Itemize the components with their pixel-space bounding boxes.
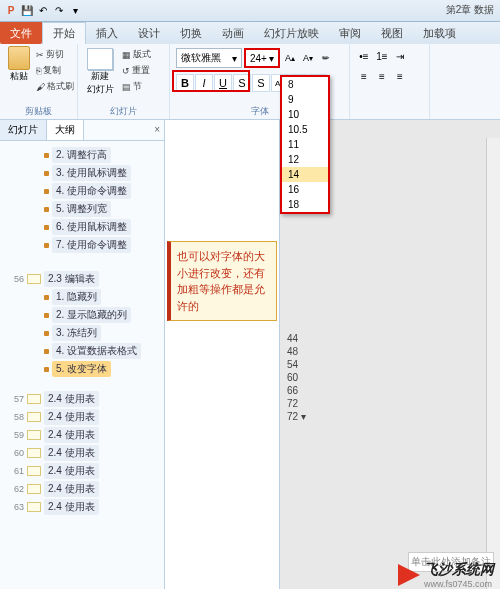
section-button[interactable]: ▤节: [122, 80, 151, 93]
font-size-select[interactable]: 24+▾: [244, 48, 280, 68]
outline-item[interactable]: 5. 调整列宽: [44, 201, 162, 217]
cut-button[interactable]: ✂剪切: [36, 48, 74, 61]
font-size-option[interactable]: 16: [282, 182, 328, 197]
font-name-select[interactable]: 微软雅黑▾: [176, 48, 242, 68]
shrink-font-button[interactable]: A▾: [300, 48, 316, 68]
undo-icon[interactable]: ↶: [36, 4, 50, 18]
font-size-option[interactable]: 10.5: [282, 122, 328, 137]
bullets-button[interactable]: •≡: [356, 48, 372, 64]
font-size-option[interactable]: 10: [282, 107, 328, 122]
outline-list[interactable]: 2. 调整行高3. 使用鼠标调整4. 使用命令调整5. 调整列宽6. 使用鼠标调…: [0, 141, 164, 521]
paste-icon: [8, 46, 30, 70]
panes: 幻灯片 大纲 × 2. 调整行高3. 使用鼠标调整4. 使用命令调整5. 调整列…: [0, 120, 500, 589]
format-painter-button[interactable]: 🖌格式刷: [36, 80, 74, 93]
font-size-option[interactable]: 60: [283, 371, 310, 384]
indent-button[interactable]: ⇥: [392, 48, 408, 64]
grow-font-button[interactable]: A▴: [282, 48, 298, 68]
outline-item[interactable]: 5. 改变字体: [44, 361, 162, 377]
outline-item[interactable]: 4. 设置数据表格式: [44, 343, 162, 359]
outline-item[interactable]: 612.4 使用表: [8, 463, 162, 479]
layout-button[interactable]: ▦版式: [122, 48, 151, 61]
font-size-option[interactable]: 18: [282, 197, 328, 212]
font-size-list-cont[interactable]: 44485460667272 ▾: [283, 332, 310, 423]
strike-button[interactable]: S: [233, 74, 251, 92]
tab-animation[interactable]: 动画: [212, 23, 254, 44]
font-size-option[interactable]: 14: [282, 167, 328, 182]
new-slide-label: 新建 幻灯片: [87, 70, 114, 96]
outline-item[interactable]: 572.4 使用表: [8, 391, 162, 407]
outline-item[interactable]: 2. 显示隐藏的列: [44, 307, 162, 323]
outline-item[interactable]: 6. 使用鼠标调整: [44, 219, 162, 235]
outline-item[interactable]: 3. 冻结列: [44, 325, 162, 341]
align-left-button[interactable]: ≡: [356, 68, 372, 84]
outline-item[interactable]: 632.4 使用表: [8, 499, 162, 515]
outline-text: 6. 使用鼠标调整: [52, 219, 131, 235]
align-center-button[interactable]: ≡: [374, 68, 390, 84]
outline-item[interactable]: 602.4 使用表: [8, 445, 162, 461]
app-icon[interactable]: P: [4, 4, 18, 18]
title-bar: P 💾 ↶ ↷ ▾ 第2章 数据: [0, 0, 500, 22]
font-size-option[interactable]: 48: [283, 345, 310, 358]
font-size-option[interactable]: 11: [282, 137, 328, 152]
bullet-icon: [44, 349, 49, 354]
close-pane-icon[interactable]: ×: [154, 124, 160, 135]
slide-number: 63: [8, 502, 24, 512]
outline-item[interactable]: 622.4 使用表: [8, 481, 162, 497]
outline-item[interactable]: 1. 隐藏列: [44, 289, 162, 305]
align-right-button[interactable]: ≡: [392, 68, 408, 84]
group-clipboard: 粘贴 ✂剪切 ⎘复制 🖌格式刷 剪贴板: [0, 44, 78, 119]
font-size-option[interactable]: 72 ▾: [283, 410, 310, 423]
tab-transition[interactable]: 切换: [170, 23, 212, 44]
numbering-button[interactable]: 1≡: [374, 48, 390, 64]
copy-button[interactable]: ⎘复制: [36, 64, 74, 77]
clear-format-button[interactable]: ✏: [318, 48, 334, 68]
font-size-option[interactable]: 72: [283, 397, 310, 410]
font-size-option[interactable]: 54: [283, 358, 310, 371]
qat-dropdown-icon[interactable]: ▾: [68, 4, 82, 18]
outline-text: 3. 冻结列: [52, 325, 101, 341]
underline-button[interactable]: U: [214, 74, 232, 92]
font-size-option[interactable]: 8: [282, 77, 328, 92]
tab-slideshow[interactable]: 幻灯片放映: [254, 23, 329, 44]
mid-pane: [165, 120, 280, 589]
bold-button[interactable]: B: [176, 74, 194, 92]
bullet-icon: [44, 243, 49, 248]
group-label-slides: 幻灯片: [78, 105, 169, 118]
outline-item[interactable]: 4. 使用命令调整: [44, 183, 162, 199]
outline-item[interactable]: 7. 使用命令调整: [44, 237, 162, 253]
dropdown-arrow-icon: ▾: [301, 411, 306, 422]
tab-addins[interactable]: 加载项: [413, 23, 466, 44]
file-tab[interactable]: 文件: [0, 22, 42, 44]
font-size-option[interactable]: 66: [283, 384, 310, 397]
font-size-option[interactable]: 12: [282, 152, 328, 167]
pane-tab-outline[interactable]: 大纲: [47, 120, 84, 140]
tab-view[interactable]: 视图: [371, 23, 413, 44]
new-slide-button[interactable]: 新建 幻灯片: [82, 48, 118, 96]
text-shadow-button[interactable]: S: [252, 74, 270, 92]
layout-icon: ▦: [122, 50, 131, 60]
pane-tab-slides[interactable]: 幻灯片: [0, 120, 47, 140]
tab-home[interactable]: 开始: [42, 22, 86, 44]
outline-item[interactable]: 582.4 使用表: [8, 409, 162, 425]
font-size-option[interactable]: 44: [283, 332, 310, 345]
outline-item[interactable]: 562.3 编辑表: [8, 271, 162, 287]
italic-button[interactable]: I: [195, 74, 213, 92]
font-size-dropdown[interactable]: 891010.51112141618: [280, 75, 330, 214]
reset-button[interactable]: ↺重置: [122, 64, 151, 77]
tab-review[interactable]: 审阅: [329, 23, 371, 44]
paste-button[interactable]: 粘贴: [4, 46, 34, 83]
slide-thumb-icon: [27, 502, 41, 512]
save-icon[interactable]: 💾: [20, 4, 34, 18]
outline-item[interactable]: 3. 使用鼠标调整: [44, 165, 162, 181]
outline-item[interactable]: 2. 调整行高: [44, 147, 162, 163]
redo-icon[interactable]: ↷: [52, 4, 66, 18]
tab-insert[interactable]: 插入: [86, 23, 128, 44]
tab-design[interactable]: 设计: [128, 23, 170, 44]
pane-tabs: 幻灯片 大纲 ×: [0, 120, 164, 141]
vertical-scrollbar[interactable]: [486, 138, 500, 589]
outline-item[interactable]: 592.4 使用表: [8, 427, 162, 443]
outline-text: 2.4 使用表: [44, 499, 99, 515]
font-size-option[interactable]: 9: [282, 92, 328, 107]
outline-text: 1. 隐藏列: [52, 289, 101, 305]
ribbon-tabs: 文件 开始 插入 设计 切换 动画 幻灯片放映 审阅 视图 加载项: [0, 22, 500, 44]
